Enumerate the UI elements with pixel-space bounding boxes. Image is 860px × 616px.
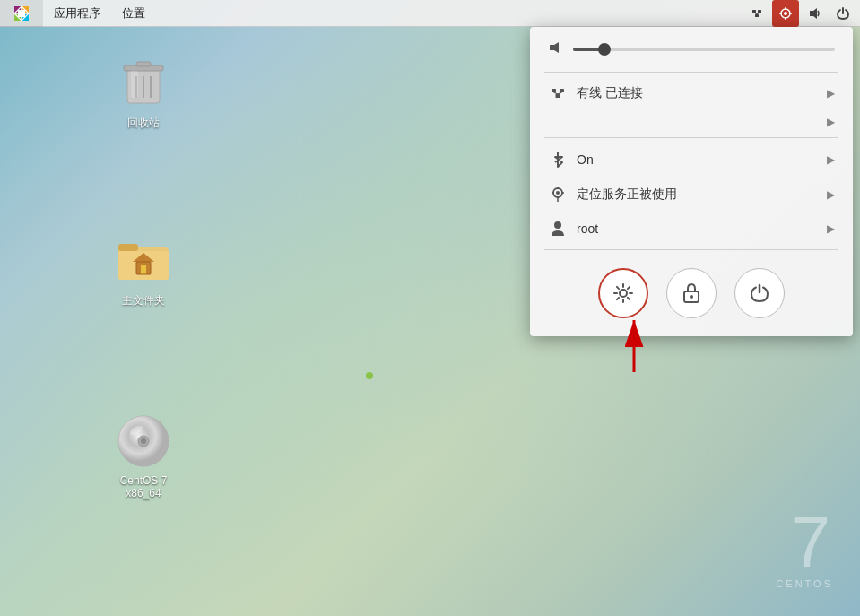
centos-logo-icon xyxy=(13,4,30,22)
centos-watermark: 7 CENTOS xyxy=(776,507,833,589)
trash-icon[interactable]: 回收站 xyxy=(108,54,179,132)
bottom-buttons xyxy=(530,254,853,322)
divider-3 xyxy=(544,249,838,250)
centos-version-number: 7 xyxy=(776,507,833,578)
menubar: 应用程序 位置 xyxy=(0,0,860,27)
user-label: root xyxy=(577,221,827,236)
trash-label: 回收站 xyxy=(124,115,163,132)
svg-line-41 xyxy=(554,92,559,94)
home-folder-icon-img xyxy=(115,231,172,289)
user-row[interactable]: root ▶ xyxy=(530,212,853,246)
centos-brand-text: CENTOS xyxy=(776,578,833,589)
cd-svg xyxy=(117,414,170,468)
volume-thumb[interactable] xyxy=(598,43,611,56)
divider-1 xyxy=(544,72,838,73)
location-svg xyxy=(551,187,565,203)
system-settings-tray-icon xyxy=(778,6,793,21)
system-menu-popup: 有线 已连接 ▶ ▶ On ▶ xyxy=(530,27,853,336)
svg-point-12 xyxy=(784,12,787,15)
svg-rect-8 xyxy=(755,14,759,17)
volume-slider[interactable] xyxy=(573,48,835,51)
user-arrow-icon: ▶ xyxy=(827,222,835,235)
centos-cd-label: CentOS 7 x86_64 xyxy=(108,473,179,500)
svg-rect-40 xyxy=(556,94,560,98)
svg-line-42 xyxy=(558,92,562,94)
settings-icon xyxy=(612,282,634,304)
svg-point-50 xyxy=(620,290,627,297)
svg-line-10 xyxy=(757,13,760,14)
power-off-icon xyxy=(750,283,769,303)
wired-network-icon xyxy=(548,85,568,101)
bluetooth-row[interactable]: On ▶ xyxy=(530,142,853,178)
folder-svg xyxy=(117,237,170,283)
svg-point-49 xyxy=(554,221,561,229)
centos-cd-icon[interactable]: CentOS 7 x86_64 xyxy=(108,412,179,500)
location-row[interactable]: 定位服务正被使用 ▶ xyxy=(530,178,853,212)
menubar-app[interactable]: 应用程序 xyxy=(43,0,111,27)
svg-rect-7 xyxy=(758,10,761,13)
location-icon xyxy=(548,187,568,203)
vpn-row[interactable]: ▶ xyxy=(530,110,853,134)
lock-icon xyxy=(682,282,701,304)
svg-rect-38 xyxy=(552,89,556,92)
power-icon xyxy=(836,6,850,21)
svg-rect-39 xyxy=(560,89,564,92)
user-svg xyxy=(551,221,565,237)
system-menu-tray-icon[interactable] xyxy=(772,0,799,27)
menubar-location[interactable]: 位置 xyxy=(111,0,156,27)
svg-rect-30 xyxy=(141,265,146,274)
svg-marker-17 xyxy=(810,8,817,19)
volume-tray-icon[interactable] xyxy=(801,0,828,27)
svg-line-9 xyxy=(754,13,757,14)
svg-rect-26 xyxy=(118,244,138,251)
home-folder-label: 主文件夹 xyxy=(118,292,169,309)
svg-marker-37 xyxy=(550,42,559,53)
power-button[interactable] xyxy=(734,268,785,318)
svg-point-35 xyxy=(141,438,146,444)
power-tray-icon[interactable] xyxy=(830,0,856,27)
trash-icon-img xyxy=(115,54,172,111)
home-folder-icon[interactable]: 主文件夹 xyxy=(108,231,179,309)
centos-cd-icon-img xyxy=(115,412,172,470)
svg-rect-4 xyxy=(18,10,25,17)
volume-row xyxy=(530,27,853,68)
location-arrow-icon: ▶ xyxy=(827,188,835,201)
annotation-arrow xyxy=(589,309,679,381)
menubar-left: 应用程序 位置 xyxy=(0,0,743,27)
svg-rect-6 xyxy=(752,10,756,13)
green-dot-decoration xyxy=(366,372,373,379)
volume-icon xyxy=(807,6,821,21)
bluetooth-label: On xyxy=(577,152,827,167)
location-label: 定位服务正被使用 xyxy=(577,187,827,203)
desktop: 应用程序 位置 xyxy=(0,0,860,616)
network-tray-icon[interactable] xyxy=(743,0,770,27)
svg-rect-24 xyxy=(131,71,138,98)
trash-svg xyxy=(120,56,167,108)
wired-network-label: 有线 已连接 xyxy=(577,85,827,101)
network-icon xyxy=(750,6,764,21)
user-icon xyxy=(548,221,568,237)
volume-low-icon xyxy=(548,39,564,56)
menubar-right xyxy=(743,0,860,27)
vpn-arrow-icon: ▶ xyxy=(827,116,835,128)
menubar-logo[interactable] xyxy=(0,0,43,27)
wired-icon xyxy=(550,85,566,101)
svg-point-52 xyxy=(690,295,693,299)
svg-rect-20 xyxy=(136,62,151,66)
bluetooth-icon xyxy=(548,151,568,169)
bluetooth-arrow-icon: ▶ xyxy=(827,153,835,166)
divider-2 xyxy=(544,137,838,138)
svg-point-44 xyxy=(556,191,560,195)
wired-network-row[interactable]: 有线 已连接 ▶ xyxy=(530,76,853,110)
volume-mute-icon xyxy=(548,39,564,59)
wired-arrow-icon: ▶ xyxy=(827,87,835,100)
bluetooth-svg xyxy=(551,151,565,169)
